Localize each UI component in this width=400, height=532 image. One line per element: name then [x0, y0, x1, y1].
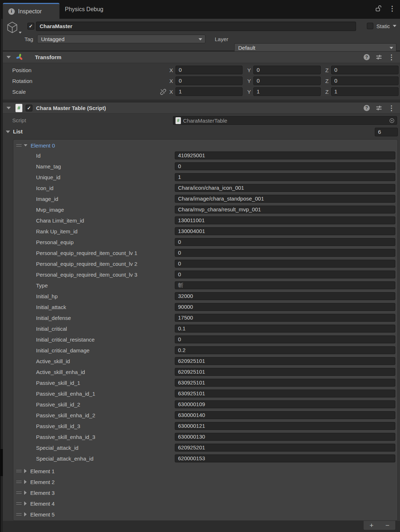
field-value[interactable]: 90000 — [175, 303, 395, 311]
collapsed-element-row[interactable]: Element 2 — [13, 476, 397, 487]
collapsed-element-row[interactable]: Element 5 — [13, 509, 397, 520]
lock-open-icon[interactable] — [375, 5, 382, 12]
field-value[interactable]: 0.2 — [175, 346, 395, 354]
transform-component-header[interactable]: Transform ? ⋮ — [3, 51, 400, 63]
static-dropdown-arrow[interactable] — [393, 25, 396, 27]
field-value[interactable]: 0 — [175, 162, 395, 170]
transform-foldout-icon[interactable] — [6, 56, 11, 58]
drag-handle-icon[interactable] — [16, 502, 22, 505]
drag-handle-icon[interactable] — [16, 492, 22, 494]
field-value[interactable]: 0 — [175, 249, 395, 257]
field-value[interactable]: 630000121 — [175, 422, 395, 430]
field-label: Special_attack_enha_id — [36, 456, 93, 462]
collapsed-element-row[interactable]: Element 1 — [13, 466, 397, 476]
field-value[interactable]: 0 — [175, 238, 395, 246]
field-value[interactable]: 0.1 — [175, 325, 395, 333]
field-value[interactable]: 630925101 — [175, 379, 395, 387]
field-value[interactable]: 620000153 — [175, 454, 395, 462]
field-label: Chara Limit_item_id — [36, 217, 84, 224]
field-label: Rank Up_item_id — [36, 228, 77, 234]
field-value[interactable]: 17500 — [175, 314, 395, 322]
field-value[interactable]: 630925101 — [175, 390, 395, 397]
scale-link-broken-icon[interactable] — [159, 88, 166, 95]
gameobject-name-field[interactable]: CharaMaster — [36, 22, 356, 31]
static-checkbox[interactable] — [367, 23, 373, 29]
element-0-foldout-icon[interactable] — [24, 144, 27, 146]
help-icon[interactable]: ? — [364, 54, 370, 60]
script-enabled-checkbox[interactable]: ✓ — [26, 105, 32, 111]
field-label: Initial_defense — [36, 315, 71, 321]
element-foldout-icon[interactable] — [24, 469, 27, 473]
field-label: Special_attack_id — [36, 445, 79, 451]
field-value[interactable]: 130004001 — [175, 227, 395, 235]
presets-icon[interactable] — [376, 54, 382, 60]
field-value[interactable]: 630000130 — [175, 433, 395, 441]
axis-y-field[interactable]: 1 — [253, 87, 320, 96]
field-value[interactable]: 620925201 — [175, 444, 395, 452]
element-field-row: Active_skill_enha_id 620925101 — [13, 367, 397, 378]
field-value[interactable]: Chara/icon/chara_icon_001 — [175, 184, 395, 192]
element-field-row: Initial_critical_damage 0.2 — [13, 345, 397, 356]
field-value[interactable]: 0 — [175, 335, 395, 343]
field-label: Initial_critical — [36, 326, 67, 332]
drag-handle-icon[interactable] — [16, 481, 22, 483]
remove-element-button[interactable]: − — [379, 521, 395, 530]
tab-inspector[interactable]: i Inspector — [3, 3, 59, 19]
list-foldout-icon[interactable] — [6, 131, 10, 133]
field-value[interactable]: 32000 — [175, 292, 395, 300]
element-label: Element 5 — [30, 511, 55, 518]
field-label: Type — [36, 282, 48, 289]
element-foldout-icon[interactable] — [24, 512, 27, 516]
field-value[interactable]: 410925001 — [175, 151, 395, 159]
collapsed-element-row[interactable]: Element 3 — [13, 487, 397, 498]
script-foldout-icon[interactable] — [6, 107, 11, 109]
kebab-menu-icon[interactable]: ⋮ — [388, 54, 395, 61]
csharp-script-icon: # — [175, 117, 181, 124]
script-object-field[interactable]: # CharaMasterTable — [173, 116, 397, 125]
axis-z-field[interactable]: 0 — [331, 66, 399, 74]
drag-handle-icon[interactable] — [16, 470, 22, 472]
help-icon[interactable]: ? — [364, 105, 370, 111]
layer-dropdown[interactable]: Default — [234, 43, 396, 52]
add-element-button[interactable]: + — [364, 521, 379, 530]
drag-handle-icon[interactable] — [16, 144, 22, 146]
field-value[interactable]: Chara/mvp_chara/result_mvp_001 — [175, 206, 395, 214]
element-0-row[interactable]: Element 0 — [13, 140, 397, 150]
element-foldout-icon[interactable] — [24, 491, 27, 495]
field-value[interactable]: 0 — [175, 260, 395, 268]
axis-z-field[interactable]: 0 — [331, 76, 399, 85]
field-value[interactable]: 620925101 — [175, 368, 395, 376]
gameobject-icon-dropdown-arrow[interactable] — [19, 32, 22, 34]
kebab-menu-icon[interactable]: ⋮ — [389, 5, 396, 12]
field-value[interactable]: 630000109 — [175, 400, 395, 408]
object-picker-icon[interactable] — [389, 118, 395, 123]
element-foldout-icon[interactable] — [24, 501, 27, 506]
tab-physics-debug[interactable]: Physics Debug — [65, 0, 103, 19]
drag-handle-icon[interactable] — [16, 513, 22, 515]
axis-y-field[interactable]: 0 — [253, 76, 320, 85]
tag-dropdown[interactable]: Untagged — [37, 35, 205, 43]
gameobject-cube-icon[interactable] — [6, 21, 22, 35]
field-value[interactable]: 620925101 — [175, 357, 395, 365]
axis-y-field[interactable]: 0 — [253, 66, 320, 74]
axis-x-field[interactable]: 0 — [175, 76, 243, 85]
field-value[interactable]: 130011001 — [175, 216, 395, 224]
field-value[interactable]: 0 — [175, 271, 395, 278]
list-label: List — [13, 128, 23, 135]
field-value[interactable]: Chara/image/chara_standpose_001 — [175, 195, 395, 203]
field-value[interactable]: 1 — [175, 173, 395, 181]
gameobject-active-checkbox[interactable]: ✓ — [27, 23, 34, 30]
field-value[interactable]: 斬 — [175, 281, 395, 289]
element-foldout-icon[interactable] — [24, 480, 27, 484]
list-size-field[interactable]: 6 — [375, 128, 398, 136]
list-elements-box: Element 0 Id 410925001 Name_tag 0 Unique… — [13, 139, 398, 521]
script-component-header[interactable]: # ✓ Chara Master Table (Script) ? ⋮ — [3, 102, 400, 114]
axis-x-field[interactable]: 0 — [175, 66, 243, 74]
collapsed-element-row[interactable]: Element 4 — [13, 498, 397, 509]
kebab-menu-icon[interactable]: ⋮ — [388, 105, 395, 111]
field-value[interactable]: 630000140 — [175, 411, 395, 419]
presets-icon[interactable] — [376, 105, 382, 111]
axis-x-field[interactable]: 1 — [175, 87, 243, 96]
csharp-script-icon: # — [15, 104, 22, 112]
axis-z-field[interactable]: 1 — [331, 87, 399, 96]
